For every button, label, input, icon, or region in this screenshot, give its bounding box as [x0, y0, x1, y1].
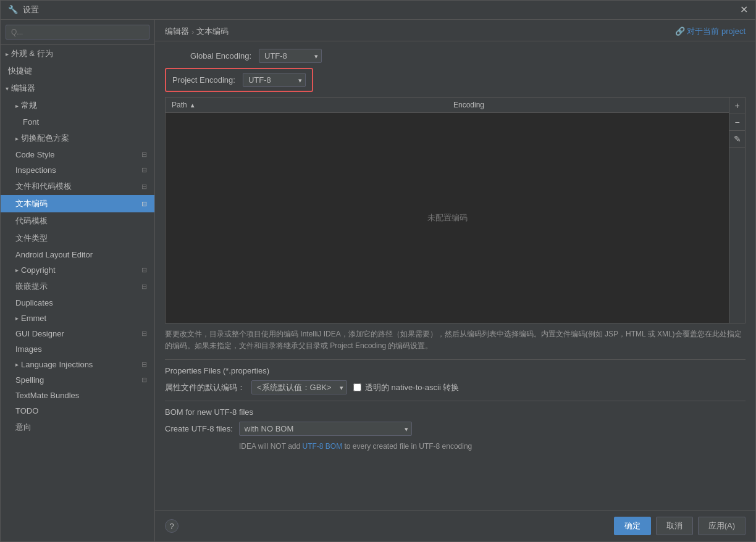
project-encoding-select[interactable]: UTF-8 GBK ISO-8859-1 [243, 73, 306, 87]
sidebar-item-languageinjections[interactable]: ▸ Language Injections ⊟ [1, 357, 154, 372]
sidebar-item-spelling[interactable]: Spelling ⊟ [1, 372, 154, 388]
sidebar-item-label: Language Injections [21, 360, 93, 369]
table-remove-button[interactable]: − [729, 114, 745, 131]
sidebar-item-label: Inspections [15, 165, 56, 175]
project-encoding-label: Project Encoding: [172, 75, 235, 85]
sidebar-item-label: Spelling [15, 375, 44, 385]
section-divider-2 [165, 401, 746, 401]
native-ascii-checkbox[interactable] [353, 383, 361, 391]
properties-encoding-label: 属性文件的默认编码： [165, 382, 245, 393]
close-button[interactable]: ✕ [740, 5, 748, 15]
sidebar-item-filetemplates[interactable]: 文件和代码模板 ⊟ [1, 178, 154, 195]
table-header: Path ▲ Encoding [166, 98, 729, 113]
sidebar-item-label: Android Layout Editor [15, 250, 93, 259]
table-empty-text: 未配置编码 [427, 212, 468, 223]
sidebar-item-inspections[interactable]: Inspections ⊟ [1, 162, 154, 178]
table-edit-button[interactable]: ✎ [729, 131, 745, 148]
sidebar-item-duplicates[interactable]: Duplicates [1, 295, 154, 311]
cancel-button[interactable]: 取消 [656, 517, 693, 535]
sidebar-item-label: 快捷键 [8, 65, 32, 77]
sidebar-item-copyright[interactable]: ▸ Copyright ⊟ [1, 262, 154, 278]
properties-section-title: Properties Files (*.properties) [165, 366, 746, 375]
sidebar-item-label: GUI Designer [15, 329, 64, 338]
sidebar-item-label: Code Style [15, 150, 55, 159]
sidebar-item-label: 编辑器 [11, 83, 35, 94]
content-body: Global Encoding: UTF-8 GBK ISO-8859-1 Pr… [155, 41, 755, 510]
sidebar-item-label: Emmet [21, 314, 46, 323]
sidebar-item-images[interactable]: Images [1, 341, 154, 357]
properties-encoding-select[interactable]: <系统默认值：GBK> UTF-8 GBK [251, 380, 347, 394]
properties-encoding-select-wrapper: <系统默认值：GBK> UTF-8 GBK [251, 380, 347, 394]
bom-section-title: BOM for new UTF-8 files [165, 407, 746, 417]
content-area: 编辑器 › 文本编码 🔗 对于当前 project Global Encodin… [155, 20, 755, 541]
sidebar-item-colorscheme[interactable]: ▸ 切换配色方案 [1, 130, 154, 147]
help-button[interactable]: ? [165, 519, 178, 533]
bom-note-link[interactable]: UTF-8 BOM [302, 442, 342, 451]
sidebar-item-codetemplates[interactable]: 代码模板 [1, 212, 154, 230]
native-ascii-checkbox-row: 透明的 native-to-ascii 转换 [353, 382, 459, 393]
global-encoding-row: Global Encoding: UTF-8 GBK ISO-8859-1 [165, 49, 746, 63]
copy-icon: ⊟ [141, 166, 147, 174]
sidebar-item-label: Copyright [21, 265, 56, 275]
sidebar-item-label: Font [23, 117, 39, 127]
sidebar-item-appearance[interactable]: ▸ 外观 & 行为 [1, 45, 154, 62]
table-main: Path ▲ Encoding 未配置编码 [166, 98, 729, 323]
title-bar-left: 🔧 设置 [8, 4, 39, 15]
copy-icon: ⊟ [141, 361, 147, 369]
table-header-path: Path ▲ [166, 98, 447, 112]
apply-button[interactable]: 应用(A) [698, 517, 746, 535]
project-encoding-select-wrapper: UTF-8 GBK ISO-8859-1 [243, 73, 306, 87]
search-box [1, 20, 154, 45]
sidebar-item-androidlayout[interactable]: Android Layout Editor [1, 247, 154, 262]
ok-button[interactable]: 确定 [614, 517, 651, 535]
sidebar-item-textmatebundles[interactable]: TextMate Bundles [1, 388, 154, 403]
chevron-icon: ▸ [6, 51, 9, 57]
section-divider-1 [165, 359, 746, 360]
app-icon: 🔧 [8, 5, 18, 15]
sidebar-item-guidesigner[interactable]: GUI Designer ⊟ [1, 326, 154, 341]
sidebar-item-codestyle[interactable]: Code Style ⊟ [1, 147, 154, 162]
sidebar: ▸ 外观 & 行为 快捷键 ▾ 编辑器 ▸ 常规 Font ▸ [1, 20, 155, 541]
sidebar-item-label: TODO [15, 406, 38, 415]
project-link[interactable]: 🔗 对于当前 project [675, 26, 746, 37]
sidebar-item-yifu[interactable]: 意向 [1, 419, 154, 436]
global-encoding-select[interactable]: UTF-8 GBK ISO-8859-1 [259, 49, 322, 63]
bom-select[interactable]: with NO BOM with BOM [239, 422, 412, 436]
copy-icon: ⊟ [141, 283, 147, 291]
sidebar-item-todo[interactable]: TODO [1, 403, 154, 419]
sidebar-item-font[interactable]: Font [1, 114, 154, 130]
sidebar-item-label: 代码模板 [15, 215, 48, 227]
breadcrumb: 编辑器 › 文本编码 [165, 26, 229, 37]
sidebar-item-shortcuts[interactable]: 快捷键 [1, 62, 154, 80]
sidebar-item-label: 文本编码 [15, 198, 48, 209]
sidebar-item-emmet[interactable]: ▸ Emmet [1, 311, 154, 326]
sidebar-item-textencoding[interactable]: 文本编码 ⊟ [1, 195, 154, 212]
bom-select-wrapper: with NO BOM with BOM [239, 422, 412, 436]
global-encoding-select-wrapper: UTF-8 GBK ISO-8859-1 [259, 49, 322, 63]
breadcrumb-part-1: 编辑器 [165, 26, 189, 37]
sidebar-item-editor[interactable]: ▾ 编辑器 [1, 80, 154, 97]
sidebar-item-label: Images [15, 344, 42, 354]
search-input[interactable] [6, 25, 149, 40]
footer: ? 确定 取消 应用(A) [155, 510, 755, 541]
copy-icon: ⊟ [141, 330, 147, 338]
sidebar-item-label: Duplicates [15, 298, 53, 307]
chevron-icon: ▸ [15, 267, 19, 273]
sidebar-item-filetypes[interactable]: 文件类型 [1, 230, 154, 247]
sort-icon: ▲ [190, 102, 196, 109]
sidebar-item-label: TextMate Bundles [15, 391, 79, 400]
table-add-button[interactable]: + [729, 98, 745, 114]
sidebar-item-label: 外观 & 行为 [11, 48, 53, 59]
sidebar-item-label: 常规 [21, 100, 37, 111]
bom-note-prefix: IDEA will NOT add [239, 442, 302, 451]
main-body: ▸ 外观 & 行为 快捷键 ▾ 编辑器 ▸ 常规 Font ▸ [1, 20, 755, 541]
bom-note: IDEA will NOT add UTF-8 BOM to every cre… [239, 442, 746, 451]
project-encoding-highlight: Project Encoding: UTF-8 GBK ISO-8859-1 [165, 68, 313, 92]
sidebar-item-label: 意向 [15, 422, 32, 433]
breadcrumb-part-2: 文本编码 [196, 26, 229, 37]
sidebar-item-label: 文件和代码模板 [15, 181, 72, 192]
sidebar-item-inlayhints[interactable]: 嵌嵌提示 ⊟ [1, 278, 154, 295]
chevron-icon: ▸ [15, 361, 19, 368]
sidebar-item-general[interactable]: ▸ 常规 [1, 97, 154, 114]
bom-row: Create UTF-8 files: with NO BOM with BOM [165, 422, 746, 436]
